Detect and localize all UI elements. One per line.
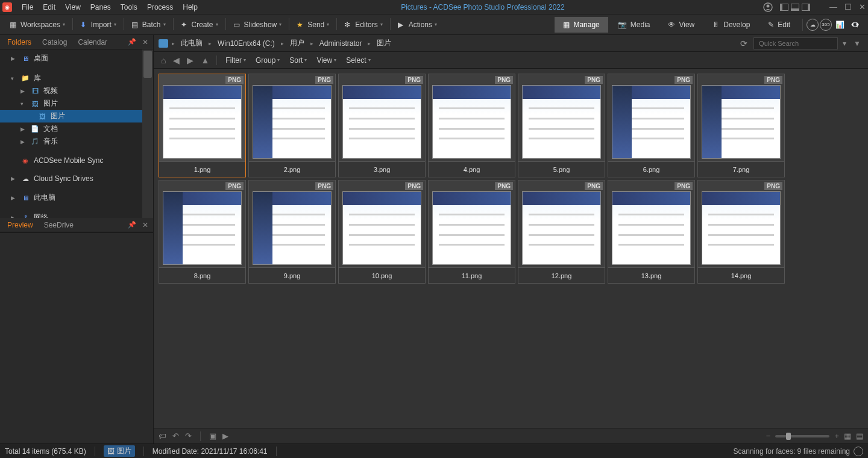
tab-seedrive[interactable]: SeeDrive <box>39 219 78 231</box>
mode-view[interactable]: 👁View <box>659 17 703 33</box>
thumbnail-cell[interactable]: PNG10.png <box>338 180 426 284</box>
breadcrumb-item[interactable]: 用户 <box>288 37 307 49</box>
mode-manage[interactable]: ▦Manage <box>555 17 608 33</box>
thumbnails-area[interactable]: PNG1.pngPNG2.pngPNG3.pngPNG4.pngPNG5.png… <box>154 69 868 428</box>
user-icon[interactable] <box>763 2 773 12</box>
menu-panes[interactable]: Panes <box>86 2 116 13</box>
menu-process[interactable]: Process <box>142 2 178 13</box>
editors-button[interactable]: ✻Editors▾ <box>341 18 386 31</box>
tree-music[interactable]: ▶🎵音乐 <box>0 135 153 148</box>
thumb-small-icon[interactable]: ▦ <box>844 431 851 441</box>
tree-pictures-lib[interactable]: ▾🖼图片 <box>0 97 153 110</box>
group-dropdown[interactable]: Group▾ <box>252 54 283 66</box>
thumbnail-cell[interactable]: PNG5.png <box>518 74 605 177</box>
tree-videos[interactable]: ▶🎞视频 <box>0 84 153 97</box>
thumbnail-cell[interactable]: PNG14.png <box>697 180 785 284</box>
sync-icon[interactable]: 👁‍🗨 <box>848 21 862 29</box>
actions-button[interactable]: ▶Actions▾ <box>394 18 441 31</box>
tree-library[interactable]: ▾📁库 <box>0 72 153 84</box>
pin-icon[interactable]: 📌 <box>125 221 139 229</box>
thumbnail-cell[interactable]: PNG9.png <box>248 180 336 284</box>
zoom-in-icon[interactable]: + <box>834 431 839 441</box>
menu-tools[interactable]: Tools <box>116 2 142 13</box>
close-panel-icon[interactable]: ✕ <box>140 221 151 229</box>
thumbnail-filename: 2.png <box>284 166 301 173</box>
search-input[interactable] <box>753 37 838 49</box>
thumbnail-cell[interactable]: PNG12.png <box>518 180 605 284</box>
breadcrumb-item[interactable]: 图片 <box>374 37 394 49</box>
up-icon[interactable]: ▲ <box>198 56 212 65</box>
tree-documents[interactable]: ▶📄文档 <box>0 122 153 135</box>
back-icon[interactable]: ◀ <box>171 56 182 65</box>
tab-folders[interactable]: Folders <box>2 36 36 48</box>
forward-icon[interactable]: ▶ <box>184 56 196 65</box>
menu-view[interactable]: View <box>60 2 86 13</box>
sort-dropdown[interactable]: Sort▾ <box>286 54 310 66</box>
create-button[interactable]: ✦Create▾ <box>177 18 222 31</box>
tree-network[interactable]: ▶🖧网络 <box>0 211 153 218</box>
thumbnail-cell[interactable]: PNG11.png <box>428 180 515 284</box>
filter-funnel-icon[interactable]: ▼ <box>851 39 863 48</box>
play-icon[interactable]: ▶ <box>222 431 228 441</box>
maximize-button[interactable]: ☐ <box>844 2 852 11</box>
tab-catalog[interactable]: Catalog <box>37 36 72 48</box>
thumbnail-cell[interactable]: PNG1.png <box>159 74 246 177</box>
thumbnail-filename: 12.png <box>552 272 572 279</box>
tree-this-pc[interactable]: ▶🖥此电脑 <box>0 191 153 204</box>
thumbnail-cell[interactable]: PNG3.png <box>338 74 426 177</box>
compare-icon[interactable]: ▣ <box>209 431 216 441</box>
send-button[interactable]: ★Send▾ <box>293 18 333 31</box>
zoom-slider[interactable] <box>775 435 829 437</box>
mode-develop[interactable]: 🎚Develop <box>704 17 758 33</box>
filter-dropdown[interactable]: Filter▾ <box>222 54 250 66</box>
close-panel-icon[interactable]: ✕ <box>140 38 151 46</box>
pin-icon[interactable]: 📌 <box>125 38 139 46</box>
home-icon[interactable]: ⌂ <box>159 56 168 65</box>
cloud-icon[interactable]: ☁ <box>807 19 819 31</box>
close-button[interactable]: ✕ <box>859 2 866 11</box>
dashboard-icon[interactable]: 📊 <box>833 21 847 29</box>
mode-edit[interactable]: ✎Edit <box>760 17 799 33</box>
thumbnail-cell[interactable]: PNG6.png <box>608 74 695 177</box>
tag-icon[interactable]: 🏷 <box>159 431 166 441</box>
tree-scrollbar[interactable] <box>142 49 153 218</box>
rotate-left-icon[interactable]: ↶ <box>172 431 179 441</box>
slideshow-button[interactable]: ▭Slideshow▾ <box>230 18 286 31</box>
breadcrumb-item[interactable]: 此电脑 <box>178 37 205 49</box>
breadcrumb-item[interactable]: Win10Entx64 (C:) <box>215 38 277 49</box>
thumbnail-cell[interactable]: PNG13.png <box>608 180 695 284</box>
view-dropdown[interactable]: View▾ <box>313 54 340 66</box>
thumbnail-cell[interactable]: PNG4.png <box>428 74 515 177</box>
mode-media[interactable]: 📷Media <box>609 17 659 33</box>
tree-pictures-sub[interactable]: 🖼图片 <box>0 110 153 122</box>
365-icon[interactable]: 365 <box>820 19 832 31</box>
refresh-icon[interactable]: ⟳ <box>740 39 747 48</box>
thumbnail-cell[interactable]: PNG8.png <box>159 180 246 284</box>
app-icon: ◉ <box>2 2 12 12</box>
minimize-button[interactable]: — <box>829 2 837 11</box>
tree-desktop[interactable]: ▶🖥桌面 <box>0 52 153 65</box>
rotate-right-icon[interactable]: ↷ <box>185 431 192 441</box>
thumbnail-filename: 10.png <box>372 272 392 279</box>
menu-edit[interactable]: Edit <box>38 2 60 13</box>
import-button[interactable]: ⬇Import▾ <box>77 18 120 31</box>
thumb-large-icon[interactable]: ▤ <box>856 431 863 441</box>
thumbnail-filename: 7.png <box>733 166 750 173</box>
tree-mobile-sync[interactable]: ◉ACDSee Mobile Sync <box>0 155 153 166</box>
folder-icon[interactable] <box>159 39 168 48</box>
menu-help[interactable]: Help <box>178 2 203 13</box>
tab-calendar[interactable]: Calendar <box>73 36 112 48</box>
folder-tree[interactable]: ▶🖥桌面 ▾📁库 ▶🎞视频 ▾🖼图片 🖼图片 ▶📄文档 ▶🎵音乐 ◉ACDSee… <box>0 49 153 218</box>
thumbnail-cell[interactable]: PNG2.png <box>248 74 336 177</box>
layout-icons[interactable] <box>780 4 810 11</box>
tab-preview[interactable]: Preview <box>2 219 38 231</box>
breadcrumb-item[interactable]: Administrator <box>317 38 365 49</box>
workspaces-button[interactable]: ▦Workspaces▾ <box>6 18 69 31</box>
thumbnail-cell[interactable]: PNG7.png <box>697 74 785 177</box>
tree-cloud[interactable]: ▶☁Cloud Sync Drives <box>0 173 153 184</box>
zoom-out-icon[interactable]: − <box>766 431 771 441</box>
menu-file[interactable]: File <box>17 2 38 13</box>
batch-button[interactable]: ▤Batch▾ <box>128 18 169 31</box>
select-dropdown[interactable]: Select▾ <box>342 54 374 66</box>
search-dropdown-icon[interactable]: ▾ <box>840 39 849 48</box>
